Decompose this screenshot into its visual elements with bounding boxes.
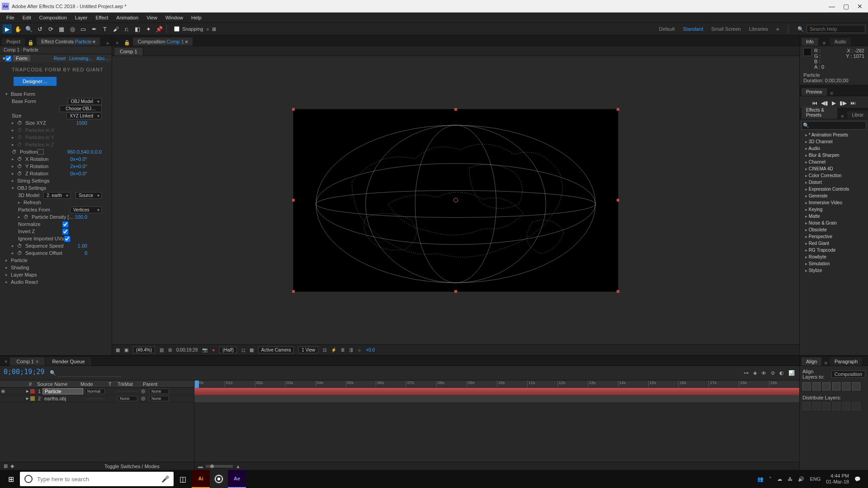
workspace-default[interactable]: Default [659, 26, 675, 32]
position-picker-icon[interactable] [38, 149, 44, 155]
tab-effects-presets[interactable]: Effects & Presets [802, 106, 837, 119]
layer-color-swatch[interactable] [30, 389, 35, 394]
mode-dropdown[interactable] [85, 398, 105, 399]
panel-menu-icon[interactable]: × [116, 40, 118, 46]
col-mode[interactable]: Mode [79, 381, 107, 387]
visibility-icon[interactable]: ◉ [0, 388, 6, 394]
composition-viewer[interactable] [112, 56, 799, 344]
twirl-icon[interactable]: ▸ [12, 142, 17, 147]
tab-project[interactable]: Project [2, 38, 25, 46]
lock-icon[interactable]: 🔒 [124, 40, 130, 46]
workspace-libraries[interactable]: Libraries [749, 26, 768, 32]
effects-category-item[interactable]: Blur & Sharpen [800, 152, 868, 159]
cortana-icon[interactable] [24, 475, 33, 483]
effects-category-item[interactable]: Noise & Grain [800, 220, 868, 226]
group-particle[interactable]: Particle [11, 258, 28, 263]
network-icon[interactable]: 🖧 [788, 476, 793, 482]
align-hcenter-button[interactable] [812, 382, 821, 390]
panel-menu-icon[interactable]: ≡ [830, 90, 833, 96]
twirl-icon[interactable]: ▸ [12, 121, 17, 125]
tab-composition[interactable]: Composition Comp 1 ≡ [133, 38, 192, 46]
menu-composition[interactable]: Composition [36, 14, 71, 21]
orbit-tool[interactable]: ↺ [35, 24, 44, 33]
taskbar-app-aftereffects[interactable]: Ae [228, 470, 246, 488]
stopwatch-icon[interactable]: ⏱ [12, 149, 18, 155]
system-clock[interactable]: 4:44 PM 01-Mar-18 [826, 473, 849, 485]
y-rotation-value[interactable]: 2x+0.0° [70, 164, 87, 169]
alpha-toggle-icon[interactable]: ▦ [116, 347, 120, 352]
rotation-tool[interactable]: ⟳ [46, 24, 55, 33]
tab-effect-controls[interactable]: Effect Controls Particle ≡ [37, 38, 100, 46]
toggle-switches-button[interactable]: Toggle Switches / Modes [104, 464, 160, 469]
taskbar-app-illustrator[interactable]: Ai [192, 470, 210, 488]
next-frame-button[interactable]: ▮▶ [840, 100, 847, 106]
timeline-search-input[interactable] [58, 369, 121, 377]
type-tool[interactable]: T [100, 24, 109, 33]
tab-info[interactable]: Info [802, 38, 818, 46]
tab-libraries[interactable]: Librar [847, 111, 868, 119]
workspace-small-screen[interactable]: Small Screen [711, 26, 741, 32]
twirl-icon[interactable]: ▸ [5, 265, 11, 270]
stopwatch-icon[interactable]: ⏱ [17, 243, 24, 249]
twirl-icon[interactable]: ▸ [5, 280, 11, 284]
viewer-canvas[interactable] [293, 109, 618, 292]
zoom-dropdown[interactable]: (49.4%) [133, 347, 155, 353]
exposure-reset-icon[interactable]: ☼ [357, 347, 361, 352]
3d-model-source-dropdown[interactable]: Source [75, 192, 102, 199]
group-audio-react[interactable]: Audio React [11, 279, 38, 285]
fx-enable-checkbox[interactable] [5, 56, 11, 61]
parent-pickwhip-icon[interactable]: ◎ [141, 395, 146, 401]
layer-name-input[interactable]: Particle [42, 388, 83, 394]
effects-category-item[interactable]: Expression Controls [800, 186, 868, 192]
effects-category-item[interactable]: * Animation Presets [800, 131, 868, 138]
twirl-icon[interactable]: ▸ [12, 157, 17, 161]
prop-string-settings[interactable]: String Settings [17, 178, 50, 183]
start-button[interactable]: ⊞ [2, 470, 20, 488]
align-to-dropdown[interactable]: Composition [831, 371, 865, 378]
puppet-tool[interactable]: 📌 [155, 24, 164, 33]
sequence-speed-value[interactable]: 1.00 [78, 243, 87, 249]
roi-icon[interactable]: ◻ [241, 347, 245, 352]
people-icon[interactable]: 👥 [757, 476, 764, 482]
tab-paragraph[interactable]: Paragraph [830, 357, 862, 366]
reset-link[interactable]: Reset [54, 56, 66, 61]
position-value[interactable]: 960.0,540.0,0.0 [67, 149, 102, 155]
stopwatch-icon[interactable]: ⏱ [17, 171, 24, 176]
safe-zones-icon[interactable]: ⊞ [168, 347, 172, 352]
pixel-aspect-icon[interactable]: ⊡ [323, 347, 326, 352]
last-frame-button[interactable]: ⏭ [850, 100, 856, 106]
licensing-link[interactable]: Licensing… [69, 56, 93, 61]
stopwatch-icon[interactable]: ⏱ [17, 156, 24, 162]
effects-category-item[interactable]: Matte [800, 213, 868, 220]
pen-tool[interactable]: ✒ [90, 24, 99, 33]
selection-tool[interactable]: ▶ [3, 24, 12, 33]
tab-align[interactable]: Align [802, 357, 821, 366]
resolution-dropdown[interactable]: (Half) [219, 347, 236, 353]
bbox-handle[interactable] [292, 199, 295, 202]
twirl-icon[interactable]: ▸ [12, 128, 17, 132]
twirl-icon[interactable]: ▸ [26, 388, 29, 394]
twirl-icon[interactable]: ▾ [12, 186, 17, 190]
tab-render-queue[interactable]: Render Queue [46, 357, 91, 366]
effects-category-item[interactable]: Simulation [800, 260, 868, 267]
taskbar-search[interactable]: 🎤 [20, 472, 174, 486]
twirl-icon[interactable]: ▸ [5, 258, 11, 263]
tab-preview[interactable]: Preview [802, 88, 827, 96]
snap-option2-icon[interactable]: ⊞ [212, 26, 216, 32]
menu-edit[interactable]: Edit [19, 14, 35, 21]
x-rotation-value[interactable]: 0x+0.0° [70, 156, 87, 162]
graph-editor-icon[interactable]: 📊 [788, 370, 795, 376]
timecode-display[interactable]: 0;00;19;29 [176, 347, 198, 352]
onedrive-icon[interactable]: ☁ [777, 476, 782, 482]
layer-name[interactable]: earths.obj [42, 396, 83, 401]
bbox-handle[interactable] [454, 108, 457, 111]
z-rotation-value[interactable]: 0x+0.0° [70, 171, 87, 176]
workspace-standard[interactable]: Standard [683, 26, 703, 32]
view-dropdown[interactable]: 1 View [298, 347, 318, 353]
effects-category-item[interactable]: Generate [800, 192, 868, 199]
prop-obj-settings[interactable]: OBJ Settings [17, 185, 46, 191]
pan-behind-tool[interactable]: ◎ [68, 24, 77, 33]
effects-category-item[interactable]: Immersive Video [800, 199, 868, 206]
group-base-form[interactable]: Base Form [11, 91, 35, 97]
toggle-switches-icon[interactable]: ⊞ [4, 463, 8, 469]
